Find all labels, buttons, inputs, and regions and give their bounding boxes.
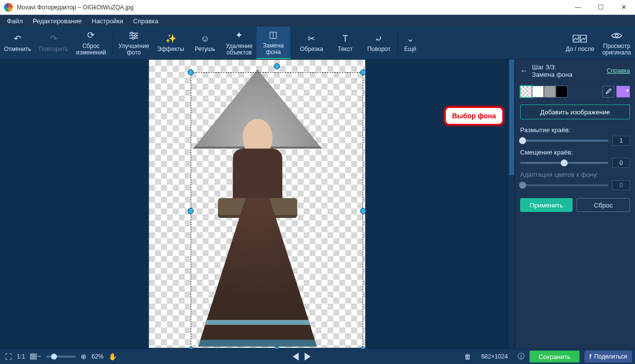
edge-shift-value[interactable]: 0 [612, 158, 630, 168]
next-image-button[interactable] [305, 353, 311, 361]
effects-button[interactable]: ✨ Эффекты [153, 27, 188, 59]
color-picker-button[interactable] [616, 86, 630, 98]
text-button[interactable]: T Текст [328, 27, 362, 59]
svg-point-4 [135, 35, 137, 37]
original-label: Просмотр оригинала [602, 43, 631, 56]
sidebar-panel: ← Шаг 3/3: Замена фона Справка Добавить … [515, 59, 635, 349]
color-adapt-slider: Адаптация цветов к фону: 0 [515, 169, 635, 191]
zoom-in-icon[interactable]: ⊕ [81, 353, 87, 361]
edge-blur-value[interactable]: 1 [612, 136, 630, 146]
handle-top-left[interactable] [188, 69, 194, 75]
swatch-white[interactable] [532, 86, 544, 98]
handle-middle-left[interactable] [188, 208, 194, 214]
canvas-area[interactable]: Выбор фона [0, 59, 515, 349]
redo-button: ↷ Повторить [35, 27, 72, 59]
edge-shift-slider: Смещение краёв: 0 [515, 147, 635, 169]
selection-box[interactable] [191, 72, 363, 349]
before-after-button[interactable]: До / после [562, 27, 598, 59]
face-icon: ☺ [201, 33, 210, 44]
window-minimize-button[interactable]: — [567, 0, 589, 15]
eyedropper-button[interactable] [602, 86, 614, 98]
text-label: Текст [338, 46, 353, 52]
share-label: Поделиться [594, 353, 627, 360]
swatch-black[interactable] [556, 86, 568, 98]
window-maximize-button[interactable]: ☐ [589, 0, 612, 15]
swatch-transparent[interactable] [520, 86, 532, 98]
compare-label: До / после [566, 46, 594, 52]
menu-edit[interactable]: Редактирование [28, 16, 87, 26]
window-titlebar: Movavi Фоторедактор – OIGkOtWuZQA.jpg — … [0, 0, 635, 15]
menu-settings[interactable]: Настройки [87, 16, 128, 26]
crop-label: Обрезка [300, 46, 323, 52]
menu-file[interactable]: Файл [2, 16, 28, 26]
reset-changes-button[interactable]: ⟳ Сброс изменений [72, 27, 109, 59]
retouch-button[interactable]: ☺ Ретушь [188, 27, 222, 59]
view-original-button[interactable]: Просмотр оригинала [598, 27, 635, 59]
background-swatches [515, 82, 635, 102]
reset-label: Сброс изменений [76, 43, 106, 56]
eraser-icon: ✦ [235, 30, 243, 41]
zoom-thumb[interactable] [51, 354, 57, 360]
menu-bar: Файл Редактирование Настройки Справка [0, 15, 635, 27]
prev-image-button[interactable] [293, 353, 299, 361]
edge-shift-thumb[interactable] [561, 159, 568, 166]
hand-tool-icon[interactable]: ✋ [108, 353, 117, 361]
more-tools-button[interactable]: ⌄ Ещё [400, 27, 421, 59]
apply-button[interactable]: Применить [520, 198, 573, 212]
vertical-scrollbar[interactable] [509, 59, 515, 349]
edge-blur-slider: Размытие краёв: 1 [515, 124, 635, 147]
fit-actual-button[interactable]: 1:1 [17, 353, 25, 360]
panel-title: Замена фона [532, 71, 607, 78]
edge-shift-track[interactable] [520, 162, 608, 164]
color-adapt-value: 0 [612, 180, 630, 190]
effects-label: Эффекты [157, 46, 184, 52]
menu-help[interactable]: Справка [128, 16, 163, 26]
info-icon[interactable]: ⓘ [518, 352, 525, 361]
app-logo-icon [4, 3, 13, 12]
zoom-percent: 62% [92, 353, 104, 360]
main-toolbar: ↶ Отменить ↷ Повторить ⟳ Сброс изменений… [0, 27, 635, 59]
color-adapt-label: Адаптация цветов к фону: [520, 171, 630, 178]
background-icon: ◫ [269, 30, 277, 41]
panel-step: Шаг 3/3: [532, 63, 607, 71]
color-adapt-thumb [519, 182, 526, 189]
remove-label: Удаление объектов [226, 43, 253, 56]
trash-icon[interactable]: 🗑 [464, 353, 471, 361]
window-close-button[interactable]: ✕ [612, 0, 635, 15]
zoom-slider[interactable] [46, 356, 76, 358]
enhance-button[interactable]: Улучшение фото [114, 27, 153, 59]
callout-label: Выбор фона [452, 112, 496, 120]
enhance-label: Улучшение фото [118, 43, 149, 56]
panel-help-link[interactable]: Справка [607, 67, 630, 74]
undo-label: Отменить [4, 46, 31, 52]
chevron-down-icon: ⌄ [407, 33, 414, 44]
window-title: Movavi Фоторедактор – OIGkOtWuZQA.jpg [17, 4, 134, 11]
undo-button[interactable]: ↶ Отменить [0, 27, 35, 59]
background-replace-button[interactable]: ◫ Замена фона [257, 27, 290, 59]
zoom-out-icon[interactable]: 𝍭− [30, 352, 41, 361]
edge-blur-thumb[interactable] [519, 137, 526, 144]
color-adapt-track [520, 184, 608, 186]
scrollbar-thumb[interactable] [509, 59, 514, 175]
redo-label: Повторить [39, 46, 68, 52]
share-button[interactable]: f Поделиться [584, 351, 632, 363]
swatch-gray[interactable] [544, 86, 556, 98]
status-bar: ⛶ 1:1 𝍭− ⊕ 62% ✋ 🗑 682×1024 ⓘ Сохранить … [0, 349, 635, 364]
handle-top-right[interactable] [360, 69, 366, 75]
add-image-button[interactable]: Добавить изображение [520, 104, 630, 119]
rotate-button[interactable]: ⤾ Поворот [362, 27, 396, 59]
handle-middle-right[interactable] [360, 208, 366, 214]
remove-objects-button[interactable]: ✦ Удаление объектов [222, 27, 257, 59]
svg-point-3 [131, 32, 133, 34]
rotate-label: Поворот [367, 46, 390, 52]
wand-icon: ✨ [165, 33, 176, 44]
save-button[interactable]: Сохранить [529, 351, 580, 363]
crop-button[interactable]: ✂ Обрезка [295, 27, 328, 59]
more-label: Ещё [404, 46, 417, 52]
edge-blur-track[interactable] [520, 140, 608, 142]
reset-button[interactable]: Сброс [577, 198, 630, 212]
bgreplace-label: Замена фона [263, 43, 284, 55]
fullscreen-icon[interactable]: ⛶ [5, 353, 12, 361]
handle-top-middle[interactable] [274, 63, 280, 69]
panel-back-button[interactable]: ← [520, 66, 528, 75]
